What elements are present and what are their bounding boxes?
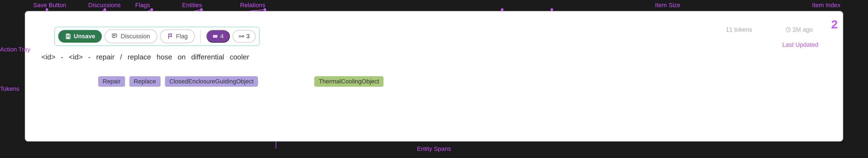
token-repair: repair — [94, 53, 117, 62]
token-cooler: cooler — [227, 53, 251, 62]
svg-rect-28 — [213, 35, 217, 38]
clock-icon — [785, 27, 791, 33]
discussion-icon — [112, 33, 118, 40]
save-button-label: Save Button — [33, 2, 66, 9]
entity-icon — [212, 34, 218, 39]
svg-rect-23 — [67, 37, 69, 39]
item-size: 11 tokens — [726, 26, 752, 33]
item-index-label: Item Index — [812, 2, 840, 9]
entity-tag-replace[interactable]: Replace — [129, 76, 161, 87]
discussions-label: Discussions — [88, 2, 121, 9]
item-index: 2 — [831, 18, 838, 31]
entity-spans-label: Entity Spans — [417, 145, 451, 153]
unsave-button[interactable]: Unsave — [58, 30, 102, 43]
token-replace: replace — [125, 53, 153, 62]
entity-tag-closed-enclosure[interactable]: ClosedEnclosureGuidingObject — [165, 76, 258, 87]
token-dash2: - — [86, 53, 93, 62]
entity-count-badge[interactable]: 4 — [206, 30, 229, 43]
token-id1: <id> — [39, 53, 58, 62]
discussion-button[interactable]: Discussion — [104, 30, 157, 43]
flag-button[interactable]: Flag — [160, 30, 195, 43]
token-on: on — [176, 53, 188, 62]
svg-line-34 — [788, 30, 789, 31]
flags-label: Flags — [135, 2, 150, 9]
last-updated-time: 2M ago — [785, 26, 813, 33]
tray-divider — [200, 30, 201, 43]
svg-point-29 — [239, 36, 241, 37]
relations-label: Relations — [240, 2, 266, 9]
svg-rect-24 — [67, 34, 69, 36]
token-hose: hose — [155, 53, 174, 62]
token-slash: / — [118, 53, 124, 62]
token-id2: <id> — [66, 53, 85, 62]
entities-label: Entities — [182, 2, 202, 9]
main-card: Unsave Discussion Flag 4 — [25, 11, 843, 142]
action-tray: Unsave Discussion Flag 4 — [54, 27, 260, 46]
last-updated-label: Last Updated — [782, 41, 818, 48]
token-dash1: - — [59, 53, 66, 62]
action-tray-label: Action Tray — [0, 45, 30, 54]
tokens-label: Tokens — [0, 85, 19, 92]
relation-count-badge[interactable]: 3 — [232, 30, 256, 43]
token-differential: differential — [189, 53, 226, 62]
relation-icon — [239, 34, 244, 39]
entity-tag-thermal-cooling[interactable]: ThermalCoolingObject — [314, 76, 383, 87]
entity-tag-repair[interactable]: Repair — [98, 76, 125, 87]
item-size-label: Item Size — [655, 2, 680, 9]
save-icon — [65, 33, 71, 40]
flag-icon — [167, 33, 174, 40]
